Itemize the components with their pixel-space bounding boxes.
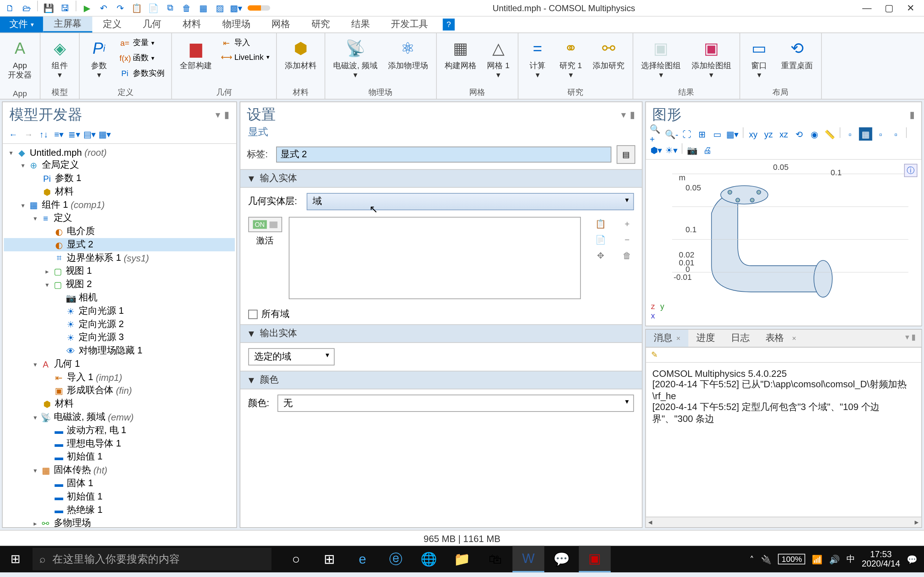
filter-button[interactable]: ▦▾ — [98, 127, 111, 141]
panel-menu-icon[interactable]: ▾ ▮ — [900, 330, 921, 347]
xy-icon[interactable]: xy — [746, 127, 760, 141]
color-combo[interactable]: 无 — [277, 395, 634, 412]
add-study-button[interactable]: ⚯添加研究 — [589, 35, 628, 71]
dropdown-icon[interactable]: ▾ — [621, 109, 626, 120]
zoom-box-icon[interactable]: ⛶ — [680, 127, 694, 141]
wand-icon[interactable]: ✎ — [651, 350, 657, 359]
yz-icon[interactable]: yz — [762, 127, 775, 141]
tab-results[interactable]: 结果 — [340, 16, 380, 32]
add-plot-button[interactable]: ▣添加绘图组▾ — [688, 35, 735, 80]
undo-icon[interactable]: ↶ — [96, 1, 111, 15]
close-button[interactable]: ✕ — [907, 3, 914, 13]
paste-selection-icon[interactable]: ▫ — [889, 127, 903, 141]
sel2-icon[interactable]: ▨ — [213, 1, 227, 15]
remove-sel-button[interactable]: − — [620, 233, 634, 246]
orbit-icon[interactable]: ◉ — [808, 127, 821, 141]
run-icon[interactable]: ▶ — [80, 1, 94, 15]
tab-mesh[interactable]: 网格 — [261, 16, 300, 32]
pin-icon[interactable]: ▮ — [909, 109, 915, 120]
add-physics-button[interactable]: ⚛添加物理场 — [384, 35, 432, 71]
edge-icon[interactable]: e — [347, 546, 378, 573]
variable-button[interactable]: a=变量▾ — [117, 36, 168, 50]
tab-materials[interactable]: 材料 — [172, 16, 212, 32]
up-button[interactable]: ↑↓ — [37, 127, 50, 141]
dropdown-icon[interactable]: ▾ — [215, 109, 220, 120]
copy-sel-button[interactable]: 📋 — [594, 217, 607, 230]
sel-dom-icon[interactable]: ▫ — [843, 127, 857, 141]
file-menu[interactable]: 文件▾ — [0, 16, 43, 32]
comsol-icon[interactable]: ▣ — [579, 546, 611, 573]
start-button[interactable]: ⊞ — [0, 546, 31, 573]
open-icon[interactable]: 🗁 — [19, 1, 34, 15]
clear-sel-button[interactable]: 🗑 — [620, 249, 634, 262]
xz-icon[interactable]: xz — [777, 127, 790, 141]
expand-button[interactable]: ≣▾ — [68, 127, 81, 141]
view-vol-icon[interactable]: ▦▾ — [726, 127, 739, 141]
function-button[interactable]: f(x)函数▾ — [117, 51, 168, 65]
cortana-icon[interactable]: ○ — [280, 546, 312, 573]
light-icon[interactable]: ☀▾ — [665, 143, 678, 156]
zoom-ext-icon[interactable]: ⊞ — [696, 127, 709, 141]
redo-icon[interactable]: ↷ — [113, 1, 128, 15]
section-output-entities[interactable]: ▼输出实体 — [240, 324, 642, 343]
copy-icon[interactable]: 📋 — [129, 1, 144, 15]
explorer-icon[interactable]: 📁 — [446, 546, 478, 573]
livelink-button[interactable]: ⟷LiveLink▾ — [218, 51, 272, 63]
sel1-icon[interactable]: ▦ — [196, 1, 210, 15]
app-builder-button[interactable]: A App开发器 — [4, 35, 36, 80]
rotate-icon[interactable]: ⟲ — [792, 127, 806, 141]
build-mesh-button[interactable]: ▦构建网格 — [441, 35, 480, 71]
sel3-icon[interactable]: ▩▾ — [229, 1, 243, 15]
saveas-icon[interactable]: 🖫 — [58, 1, 72, 15]
notifications-icon[interactable]: 💬 — [907, 554, 917, 564]
tray-up-icon[interactable]: ˄ — [750, 554, 754, 564]
section-color[interactable]: ▼颜色 — [240, 371, 642, 389]
new-icon[interactable]: 🗋 — [3, 1, 17, 15]
label-edit-button[interactable]: ▤ — [617, 145, 635, 164]
maximize-button[interactable]: ▢ — [885, 3, 893, 13]
tab-progress[interactable]: 进度 — [688, 330, 723, 347]
tab-physics[interactable]: 物理场 — [212, 16, 261, 32]
delete-icon[interactable]: 🗑 — [179, 1, 194, 15]
info-icon[interactable]: ⓘ — [904, 164, 918, 177]
move-sel-button[interactable]: ✥ — [594, 249, 607, 262]
wifi-icon[interactable]: 📶 — [812, 554, 822, 564]
pin-icon[interactable]: ▮ — [224, 109, 229, 120]
tab-study[interactable]: 研究 — [300, 16, 340, 32]
zoom-out-icon[interactable]: 🔍- — [665, 127, 678, 141]
clock[interactable]: 17:532020/4/14 — [861, 550, 900, 569]
tab-devtools[interactable]: 开发工具 — [380, 16, 439, 32]
paste-sel-button[interactable]: 📄 — [594, 233, 607, 246]
graphics-canvas[interactable]: m 0.05 0.1 0.02 0.01 0 -0.01 0.05 0.1 zy… — [646, 160, 921, 326]
geo-level-combo[interactable]: 域 — [307, 193, 634, 210]
tab-home[interactable]: 主屏幕 — [43, 16, 92, 32]
activate-toggle[interactable]: ON — [248, 217, 282, 232]
render-icon[interactable]: ⬢▾ — [650, 143, 663, 156]
store-icon[interactable]: 🛍 — [479, 546, 511, 573]
tab-table[interactable]: 表格× — [758, 330, 804, 347]
component-button[interactable]: ◈组件▾ — [44, 35, 75, 80]
sound-icon[interactable]: 🔊 — [829, 554, 840, 564]
wechat-icon[interactable]: 💬 — [546, 546, 577, 573]
help-button[interactable]: ? — [443, 18, 455, 30]
measure-icon[interactable]: 📏 — [823, 127, 836, 141]
em-wave-button[interactable]: 📡电磁波, 频域▾ — [329, 35, 381, 80]
tab-messages[interactable]: 消息× — [646, 330, 689, 347]
parameters-button[interactable]: Pi参数▾ — [84, 35, 115, 80]
tab-definitions[interactable]: 定义 — [92, 16, 132, 32]
view-xy-icon[interactable]: ▭ — [711, 127, 724, 141]
build-all-button[interactable]: ▆全部构建 — [176, 35, 215, 71]
copy-selection-icon[interactable]: ▫ — [874, 127, 888, 141]
output-combo[interactable]: 选定的域 — [248, 348, 334, 366]
taskview-icon[interactable]: ⊞ — [313, 546, 345, 573]
tree-item-explicit2[interactable]: ◐显式 2 — [4, 238, 234, 251]
collapse-button[interactable]: ≡▾ — [52, 127, 66, 141]
all-domains-checkbox[interactable]: 所有域 — [240, 305, 642, 324]
pin-icon[interactable]: ▮ — [630, 109, 635, 120]
show-button[interactable]: ▤▾ — [83, 127, 96, 141]
ie-icon[interactable]: ⓔ — [380, 546, 412, 573]
battery-icon[interactable]: 100% — [778, 554, 805, 564]
add-material-button[interactable]: ⬢添加材料 — [281, 35, 320, 71]
back-button[interactable]: ← — [6, 127, 20, 141]
param-instance-button[interactable]: Pi参数实例 — [117, 66, 168, 81]
